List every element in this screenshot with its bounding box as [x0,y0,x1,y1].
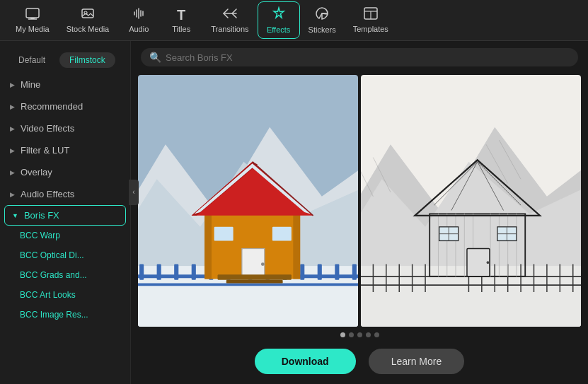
sidebar-label-audio-effects: Audio Effects [21,189,74,199]
color-scene-svg [138,75,358,327]
preview-image-color [138,75,358,327]
sidebar-label-boris-fx: Boris FX [24,210,59,221]
content-area: 🔍 [131,41,588,384]
sidebar-item-video-effects[interactable]: ▶ Video Effects [0,117,130,139]
svg-rect-16 [157,264,161,280]
download-button[interactable]: Download [255,349,356,374]
nav-item-stickers[interactable]: Stickers [300,2,345,38]
nav-item-titles[interactable]: T Titles [160,4,202,37]
filter-tab-filmstock[interactable]: Filmstock [59,52,115,68]
svg-rect-0 [26,8,39,18]
sidebar-collapse-handle[interactable]: ‹ [129,180,139,205]
stickers-icon [315,6,329,23]
dot-3[interactable] [357,332,362,337]
search-input[interactable] [166,52,570,63]
titles-icon: T [177,8,185,22]
svg-rect-29 [138,284,358,286]
sidebar-subitem-bcc-warp[interactable]: BCC Warp [0,226,130,245]
svg-point-35 [261,262,265,266]
arrow-icon-mine: ▶ [10,81,15,88]
svg-rect-15 [139,264,144,280]
svg-rect-36 [214,227,234,241]
nav-item-stock-media[interactable]: Stock Media [58,3,118,37]
my-media-icon [25,7,40,22]
sidebar-subitem-label-bcc-grads: BCC Grads and... [20,270,87,280]
search-icon: 🔍 [149,52,161,63]
dots-indicator [131,327,588,342]
top-navigation: My Media Stock Media Audio T Titles [0,0,588,41]
sidebar-subitem-label-bcc-art-looks: BCC Art Looks [20,290,76,300]
arrow-icon-boris-fx: ▼ [12,212,18,219]
nav-label-templates: Templates [353,25,388,33]
nav-label-my-media: My Media [16,25,50,33]
search-bar-wrap: 🔍 [131,41,588,71]
svg-rect-3 [82,9,93,18]
preview-area [131,71,588,327]
sketch-scene-svg [361,75,581,327]
arrow-icon-recommended: ▶ [10,103,15,110]
nav-item-my-media[interactable]: My Media [7,3,58,37]
effects-icon [272,6,286,23]
sidebar-label-video-effects: Video Effects [21,123,74,134]
svg-rect-42 [218,274,292,279]
sidebar-subitem-bcc-image-res[interactable]: BCC Image Res... [0,305,130,325]
svg-point-82 [487,261,490,264]
sidebar-subitem-label-bcc-optical: BCC Optical Di... [20,250,84,260]
templates-icon [364,7,378,22]
nav-item-audio[interactable]: Audio [117,3,160,37]
filter-tabs: Default Filmstock [0,47,130,74]
sidebar-label-filter-lut: Filter & LUT [21,145,69,156]
sidebar-subitem-bcc-optical[interactable]: BCC Optical Di... [0,245,130,265]
sidebar-subitem-bcc-grads[interactable]: BCC Grads and... [0,265,130,285]
search-bar: 🔍 [141,48,578,66]
arrow-icon-overlay: ▶ [10,169,15,176]
bottom-bar: Download Learn More [131,342,588,384]
nav-label-titles: Titles [172,25,190,33]
sidebar-label-recommended: Recommended [21,101,83,112]
sidebar-label-mine: Mine [21,79,40,90]
sidebar-item-filter-lut[interactable]: ▶ Filter & LUT [0,139,130,161]
nav-item-effects[interactable]: Effects [258,1,300,39]
svg-rect-25 [318,264,322,280]
sidebar-item-audio-effects[interactable]: ▶ Audio Effects [0,183,130,205]
dot-5[interactable] [374,332,379,337]
sidebar-item-boris-fx[interactable]: ▼ Boris FX [4,205,126,226]
svg-rect-32 [293,214,300,279]
sidebar-subitem-bcc-art-looks[interactable]: BCC Art Looks [0,285,130,305]
nav-label-effects: Effects [267,25,290,34]
arrow-icon-filter-lut: ▶ [10,147,15,154]
svg-rect-37 [272,227,292,241]
stock-media-icon [81,7,95,22]
sidebar-item-recommended[interactable]: ▶ Recommended [0,95,130,117]
nav-item-transitions[interactable]: Transitions [202,3,257,37]
svg-rect-26 [335,264,339,280]
filter-tab-default[interactable]: Default [8,52,55,68]
preview-image-sketch [361,75,581,327]
main-area: Default Filmstock ▶ Mine ▶ Recommended ▶… [0,41,588,384]
sidebar-item-mine[interactable]: ▶ Mine [0,74,130,95]
svg-rect-18 [192,264,196,280]
sidebar-label-overlay: Overlay [21,167,52,178]
nav-label-stickers: Stickers [309,25,336,34]
nav-item-templates[interactable]: Templates [345,3,397,37]
sidebar-subitem-label-bcc-warp: BCC Warp [20,231,60,240]
nav-label-transitions: Transitions [211,25,248,33]
svg-rect-27 [352,264,357,280]
arrow-icon-video-effects: ▶ [10,125,15,132]
nav-label-audio: Audio [129,25,149,33]
dot-1[interactable] [340,332,345,337]
transitions-icon [222,7,238,22]
svg-rect-31 [204,214,212,279]
sidebar: Default Filmstock ▶ Mine ▶ Recommended ▶… [0,41,131,384]
learn-more-button[interactable]: Learn More [369,349,465,374]
arrow-icon-audio-effects: ▶ [10,191,15,198]
svg-rect-24 [300,264,304,280]
sidebar-subitem-label-bcc-image-res: BCC Image Res... [20,310,88,320]
sidebar-item-overlay[interactable]: ▶ Overlay [0,161,130,183]
nav-label-stock-media: Stock Media [67,25,110,33]
svg-rect-43 [226,280,283,284]
dot-4[interactable] [366,332,371,337]
svg-rect-17 [174,264,178,280]
collapse-chevron-icon: ‹ [132,188,134,196]
dot-2[interactable] [349,332,354,337]
